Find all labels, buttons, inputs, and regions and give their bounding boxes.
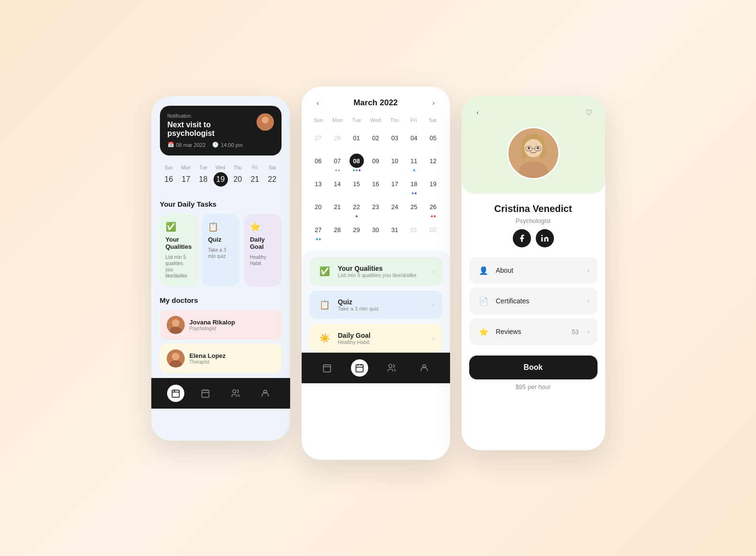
cal-cell[interactable]: 22 [348, 198, 366, 220]
notification-card: Notification Next visit to psychologist … [160, 106, 282, 156]
task-card[interactable]: ⭐ Daily Goal Healthy Habit [244, 214, 282, 287]
cal-cell[interactable]: 24 [386, 198, 404, 220]
price-text: $95 per hour [469, 383, 598, 390]
profile-hero: ‹ ♡ [462, 96, 605, 194]
calendar-title: March 2022 [353, 98, 398, 108]
cal-cell[interactable]: 01 [348, 129, 366, 151]
cal-cell[interactable]: 03 [386, 129, 404, 151]
cal-cell[interactable]: 02 [424, 221, 442, 243]
cal-cell[interactable]: 14 [328, 175, 347, 197]
cal-cell[interactable]: 29 [348, 221, 366, 243]
cal-cell[interactable]: 13 [309, 175, 327, 197]
week-day[interactable]: Wed 19 ... [214, 165, 228, 192]
tasks-section-title: Your Daily Tasks [160, 200, 282, 208]
nav2-tasks-icon[interactable] [318, 359, 336, 377]
cal-cell[interactable]: 09 [367, 152, 385, 174]
cal-cell[interactable]: 17 [386, 175, 404, 197]
menu-item-reviews[interactable]: ⭐ Reviews 53 › [469, 318, 598, 345]
facebook-icon[interactable] [513, 229, 531, 247]
cal-cell[interactable]: 12 [424, 152, 442, 174]
week-day[interactable]: Sat 22 .. [265, 165, 280, 192]
svg-point-16 [233, 390, 236, 393]
svg-point-24 [389, 365, 392, 368]
task-card[interactable]: 📋 Quiz Take a 3 min quiz [202, 214, 239, 287]
notif-time: 🕐 14:00 pm [212, 142, 243, 148]
cal-cell[interactable]: 01 [405, 221, 423, 243]
nav-calendar-icon[interactable] [197, 385, 214, 402]
profile-info: Cristina Venedict Psychologist [462, 194, 605, 252]
phone-2: ‹ March 2022 › SunMonTueWedThuFriSat 272… [302, 87, 450, 460]
cal-cell[interactable]: 15 [348, 175, 366, 197]
phones-container: Notification Next visit to psychologist … [151, 96, 605, 460]
profile-back-btn[interactable]: ‹ [471, 106, 485, 119]
cal-cell[interactable]: 30 [367, 221, 385, 243]
svg-rect-12 [202, 390, 209, 397]
phone-1: Notification Next visit to psychologist … [151, 96, 290, 441]
book-section: Book $95 per hour [462, 350, 605, 398]
svg-point-37 [537, 147, 539, 149]
profile-menu: 👤 About › 📄 Certificates › ⭐ Reviews 53 … [462, 252, 605, 350]
week-strip: Sun 16 Mon 17 Tue 18 Wed 19 ... Thu 20 F… [160, 165, 282, 200]
cal-cell[interactable]: 21 [328, 198, 347, 220]
svg-rect-9 [172, 390, 179, 397]
week-day[interactable]: Thu 20 [231, 165, 245, 192]
week-day[interactable]: Tue 18 [196, 165, 211, 192]
tasks-grid: ✅ Your Qualities List min 5 qualities yo… [160, 214, 282, 287]
cal-cell[interactable]: 07 [328, 152, 347, 174]
cal-cell[interactable]: 08 [348, 152, 366, 174]
nav-tasks-icon[interactable] [167, 385, 184, 402]
cal-cell[interactable]: 28 [328, 221, 347, 243]
svg-point-7 [172, 353, 180, 360]
cal-cell[interactable]: 19 [424, 175, 442, 197]
task-row[interactable]: ☀️ Daily Goal Healthy Habit › [309, 324, 442, 353]
cal-next-btn[interactable]: › [427, 96, 440, 110]
task-card[interactable]: ✅ Your Qualities List min 5 qualities yo… [160, 214, 198, 287]
social-icons [513, 229, 554, 247]
cal-cell[interactable]: 27 [309, 221, 327, 243]
svg-rect-20 [356, 365, 363, 372]
profile-name: Cristina Venedict [494, 203, 572, 214]
nav2-profile-icon[interactable] [416, 359, 433, 377]
nav2-calendar-icon[interactable] [351, 359, 368, 377]
profile-role: Psychologist [516, 217, 551, 224]
cal-cell[interactable]: 02 [367, 129, 385, 151]
svg-rect-38 [541, 237, 542, 242]
profile-photo [507, 127, 560, 179]
cal-cell[interactable]: 23 [367, 198, 385, 220]
cal-cell[interactable]: 28 [328, 129, 347, 151]
book-btn[interactable]: Book [469, 356, 598, 379]
cal-cell[interactable]: 04 [405, 129, 423, 151]
notif-date: 📅 08 mar 2022 [168, 142, 206, 148]
svg-rect-18 [324, 365, 331, 372]
linkedin-icon[interactable] [536, 229, 554, 247]
cal-prev-btn[interactable]: ‹ [311, 96, 325, 110]
menu-item-certificates[interactable]: 📄 Certificates › [469, 288, 598, 314]
cal-cell[interactable]: 26 [424, 198, 442, 220]
cal-cell[interactable]: 10 [386, 152, 404, 174]
cal-cell[interactable]: 05 [424, 129, 442, 151]
nav2-people-icon[interactable] [383, 359, 400, 377]
cal-cell[interactable]: 31 [386, 221, 404, 243]
cal-cell[interactable]: 18 [405, 175, 423, 197]
notif-title: Next visit to psychologist [168, 121, 257, 138]
cal-cell[interactable]: 20 [309, 198, 327, 220]
nav-profile-icon[interactable] [257, 385, 274, 402]
cal-cell[interactable]: 16 [367, 175, 385, 197]
doctors-section-title: My doctors [160, 296, 282, 304]
menu-item-about[interactable]: 👤 About › [469, 257, 598, 284]
nav-people-icon[interactable] [227, 385, 244, 402]
svg-point-39 [541, 235, 542, 236]
doctor-card[interactable]: Jovana Rikalop Psychologist [160, 310, 282, 340]
cal-cell[interactable]: 27 [309, 129, 327, 151]
cal-cell[interactable]: 06 [309, 152, 327, 174]
task-row[interactable]: 📋 Quiz Take a 3 min quiz › [309, 290, 442, 319]
profile-fav-btn[interactable]: ♡ [582, 106, 596, 119]
week-day[interactable]: Sun 16 [162, 165, 176, 192]
week-day[interactable]: Fri 21 . [248, 165, 262, 192]
doctor-card[interactable]: Elena Lopez Therapist [160, 344, 282, 373]
week-day[interactable]: Mon 17 [179, 165, 193, 192]
notif-label: Notification [168, 113, 257, 119]
cal-cell[interactable]: 25 [405, 198, 423, 220]
task-row[interactable]: ✅ Your Qualities List min 5 qualities yo… [309, 257, 442, 286]
cal-cell[interactable]: 11 [405, 152, 423, 174]
